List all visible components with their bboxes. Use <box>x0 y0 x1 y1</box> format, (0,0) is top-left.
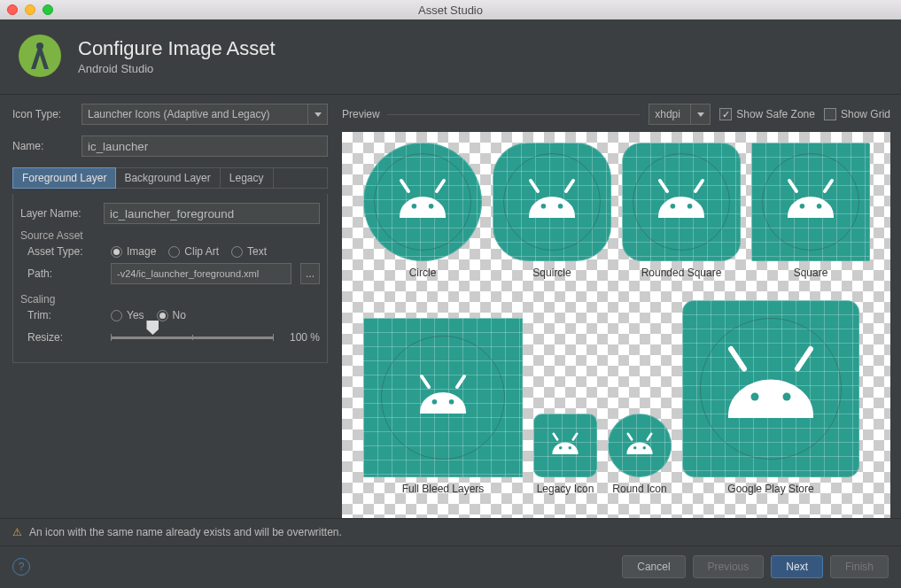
layer-tabs: Foreground Layer Background Layer Legacy <box>12 167 328 189</box>
svg-point-13 <box>569 446 572 450</box>
dialog-footer: ? Cancel Previous Next Finish <box>0 545 901 586</box>
tab-legacy[interactable]: Legacy <box>221 168 274 188</box>
main-content: Icon Type: Launcher Icons (Adaptive and … <box>0 95 901 518</box>
checkbox-icon: ✓ <box>719 108 732 120</box>
close-window-button[interactable] <box>7 4 18 15</box>
svg-point-15 <box>643 446 647 450</box>
tab-foreground-layer[interactable]: Foreground Layer <box>12 167 116 189</box>
browse-path-button[interactable]: ... <box>300 263 320 284</box>
shape-caption: Google Play Store <box>727 483 813 495</box>
shape-caption: Rounded Square <box>641 267 722 279</box>
page-title: Configure Image Asset <box>78 37 276 60</box>
maximize-window-button[interactable] <box>43 4 53 15</box>
page-subtitle: Android Studio <box>78 62 276 75</box>
radio-label: Yes <box>127 309 144 321</box>
radio-icon <box>111 310 122 321</box>
asset-type-clipart-radio[interactable]: Clip Art <box>168 245 219 258</box>
android-studio-logo-icon <box>18 34 62 78</box>
preview-pane: Preview xhdpi ✓ Show Safe Zone Show Grid <box>337 95 901 518</box>
warning-bar: ⚠ An icon with the same name already exi… <box>0 518 901 545</box>
trim-yes-radio[interactable]: Yes <box>111 309 144 321</box>
svg-point-14 <box>633 446 637 450</box>
path-input[interactable] <box>111 263 291 284</box>
radio-icon <box>231 246 243 258</box>
radio-icon <box>111 246 122 258</box>
radio-label: No <box>173 309 186 321</box>
trim-label: Trim: <box>27 309 104 321</box>
radio-label: Text <box>247 245 267 258</box>
window-title: Asset Studio <box>418 4 483 17</box>
warning-icon: ⚠ <box>12 526 22 538</box>
preview-label: Preview <box>342 108 380 120</box>
help-button[interactable]: ? <box>12 558 30 576</box>
preview-legacy-icon <box>533 414 597 477</box>
resize-label: Resize: <box>27 331 104 344</box>
scaling-section-label: Scaling <box>20 293 320 306</box>
tab-background-layer[interactable]: Background Layer <box>115 168 220 188</box>
preview-canvas: Circle Squircle Rounded Square <box>342 132 890 518</box>
slider-thumb-icon <box>146 321 159 335</box>
preview-squircle <box>493 143 611 261</box>
asset-type-radio-group: Image Clip Art Text <box>111 245 267 258</box>
layer-name-input[interactable] <box>104 203 320 224</box>
radio-label: Clip Art <box>184 245 219 258</box>
titlebar: Asset Studio <box>0 0 901 19</box>
show-safe-zone-checkbox[interactable]: ✓ Show Safe Zone <box>719 108 815 120</box>
dialog-header: Configure Image Asset Android Studio <box>0 19 901 95</box>
config-form: Icon Type: Launcher Icons (Adaptive and … <box>0 95 337 518</box>
icon-type-dropdown[interactable]: Launcher Icons (Adaptive and Legacy) <box>82 104 328 125</box>
resize-value: 100 % <box>281 331 320 344</box>
name-input[interactable] <box>82 135 328 157</box>
preview-round-icon <box>608 414 672 477</box>
previous-button[interactable]: Previous <box>693 555 765 578</box>
source-asset-section-label: Source Asset <box>20 229 320 242</box>
radio-label: Image <box>127 245 156 258</box>
preview-square <box>751 143 870 261</box>
radio-icon <box>157 310 168 321</box>
shape-caption: Square <box>794 267 828 279</box>
resize-slider[interactable] <box>111 327 274 348</box>
svg-point-12 <box>559 446 563 450</box>
svg-point-1 <box>36 43 43 50</box>
next-button[interactable]: Next <box>771 555 823 578</box>
shape-caption: Legacy Icon <box>537 483 594 495</box>
shape-caption: Full Bleed Layers <box>402 483 485 495</box>
density-value: xhdpi <box>655 108 680 120</box>
minimize-window-button[interactable] <box>25 4 35 15</box>
radio-icon <box>168 246 180 258</box>
preview-rounded-square <box>622 143 741 261</box>
checkbox-icon <box>824 108 836 120</box>
icon-type-label: Icon Type: <box>12 108 74 120</box>
asset-type-text-radio[interactable]: Text <box>231 245 267 258</box>
name-label: Name: <box>12 140 74 152</box>
chevron-down-icon <box>307 104 327 124</box>
icon-type-value: Launcher Icons (Adaptive and Legacy) <box>88 108 269 120</box>
foreground-layer-panel: Layer Name: Source Asset Asset Type: Ima… <box>12 194 328 363</box>
shape-caption: Squircle <box>532 267 571 279</box>
warning-text: An icon with the same name already exist… <box>29 526 342 538</box>
cancel-button[interactable]: Cancel <box>622 555 685 578</box>
asset-type-label: Asset Type: <box>27 245 104 258</box>
chevron-down-icon <box>690 104 710 124</box>
divider <box>387 114 641 115</box>
preview-circle <box>363 143 482 261</box>
shape-caption: Circle <box>409 267 437 279</box>
android-head-icon <box>546 426 585 465</box>
checkbox-label: Show Grid <box>841 108 890 120</box>
layer-name-label: Layer Name: <box>20 207 97 220</box>
preview-full-bleed <box>363 318 523 477</box>
density-dropdown[interactable]: xhdpi <box>649 104 711 125</box>
preview-play-store <box>682 300 859 477</box>
asset-type-image-radio[interactable]: Image <box>111 245 156 258</box>
trim-radio-group: Yes No <box>111 309 186 321</box>
svg-point-0 <box>19 35 61 77</box>
traffic-lights <box>7 4 53 15</box>
trim-no-radio[interactable]: No <box>157 309 186 321</box>
finish-button[interactable]: Finish <box>830 555 889 578</box>
show-grid-checkbox[interactable]: Show Grid <box>824 108 890 120</box>
android-head-icon <box>620 426 659 465</box>
path-label: Path: <box>27 267 104 280</box>
shape-caption: Round Icon <box>612 483 666 495</box>
checkbox-label: Show Safe Zone <box>736 108 815 120</box>
